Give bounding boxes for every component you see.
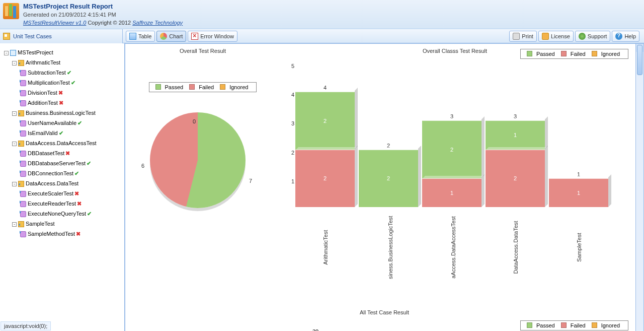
tree-method[interactable]: MultiplicationTest✔: [20, 78, 122, 88]
fail-icon: ✖: [77, 201, 82, 207]
license-icon: [542, 33, 549, 40]
tree-method[interactable]: UserNameAvailable✔: [20, 118, 122, 128]
print-icon: [513, 33, 520, 40]
method-icon: [20, 70, 26, 76]
pass-icon: ✔: [74, 170, 79, 176]
pass-icon: ✔: [87, 211, 92, 217]
product-line: MSTestResultViewer v1.0 Copyright © 2012…: [23, 19, 183, 27]
bar-plot: 4222232131211: [295, 63, 617, 207]
tree-class[interactable]: -Business.BusinessLogicTestUserNameAvail…: [12, 108, 122, 138]
method-icon: [20, 171, 26, 177]
chart-icon: [160, 33, 167, 40]
method-icon: [20, 211, 26, 217]
tree-icon: [3, 33, 10, 40]
chart-button[interactable]: Chart: [156, 31, 186, 42]
per-class-chart: Overall Classs Test Result Passed Failed…: [273, 48, 636, 280]
scroll-thumb[interactable]: [637, 45, 642, 75]
class-icon: [18, 181, 24, 187]
class-icon: [18, 141, 24, 147]
tree-class[interactable]: -DataAccess.DataTestExecuteScalerTest✖Ex…: [12, 178, 122, 219]
perclass-legend: Passed Failed Ignored: [520, 49, 628, 59]
method-icon: [20, 191, 26, 197]
tree-root[interactable]: -MSTestProject-ArithmaticTestSubtraction…: [4, 47, 122, 239]
license-button[interactable]: License: [538, 31, 574, 42]
tree-method[interactable]: DivisionTest✖: [20, 88, 122, 98]
overall-chart-title: Overall Test Result: [132, 48, 273, 54]
project-icon: [10, 50, 16, 56]
report-header: MSTestProject Result Report Generated on…: [0, 0, 644, 29]
tree-method[interactable]: SampleMethodTest✖: [20, 229, 122, 239]
test-tree-sidebar[interactable]: -MSTestProject-ArithmaticTestSubtraction…: [0, 43, 125, 331]
class-icon: [18, 221, 24, 227]
all-tests-legend: Passed Failed Ignored: [520, 320, 628, 330]
tree-method[interactable]: SubtractionTest✔: [20, 68, 122, 78]
all-tests-tick: 30: [312, 328, 318, 331]
tree-class[interactable]: -DataAccess.DataAccessTestDBDatasetTest✖…: [12, 138, 122, 178]
pie-label-passed: 7: [249, 178, 252, 184]
tree-class[interactable]: -SampleTestSampleMethodTest✖: [12, 219, 122, 239]
main-toolbar: Table Chart Error Window Print License S…: [123, 29, 644, 43]
tree-method[interactable]: ExecuteScalerTest✖: [20, 188, 122, 198]
product-link[interactable]: MSTestResultViewer v1.0: [23, 20, 86, 26]
help-button[interactable]: Help: [612, 31, 639, 42]
method-icon: [20, 90, 26, 96]
company-link[interactable]: Saffroze Technology: [132, 20, 183, 26]
pass-icon: ✔: [87, 160, 91, 166]
method-icon: [20, 231, 26, 237]
fail-icon: ✖: [74, 190, 79, 196]
method-icon: [20, 100, 26, 106]
method-icon: [20, 80, 26, 86]
pass-icon: ✔: [71, 80, 75, 86]
pie-label-ignored: 0: [193, 118, 196, 124]
class-icon: [18, 60, 24, 66]
pass-icon: ✔: [77, 120, 82, 126]
tree-method[interactable]: DBDatabaseServerTest✔: [20, 158, 122, 168]
error-icon: [191, 33, 198, 40]
overall-result-chart: Overall Test Result Passed Failed Ignore…: [132, 48, 273, 294]
app-logo-icon: [3, 3, 19, 19]
print-button[interactable]: Print: [509, 31, 537, 42]
pass-icon: ✔: [59, 130, 63, 136]
error-window-button[interactable]: Error Window: [188, 31, 237, 42]
fail-icon: ✖: [58, 90, 63, 96]
support-icon: [579, 33, 586, 40]
table-button[interactable]: Table: [126, 31, 155, 42]
method-icon: [20, 201, 26, 207]
method-icon: [20, 130, 26, 137]
fail-icon: ✖: [76, 231, 80, 237]
class-icon: [18, 110, 24, 116]
tree-class[interactable]: -ArithmaticTestSubtractionTest✔Multiplic…: [12, 57, 122, 108]
fail-icon: ✖: [59, 100, 63, 106]
tree-method[interactable]: DBDatasetTest✖: [20, 148, 122, 158]
tree-method[interactable]: AdditionTest✖: [20, 98, 122, 108]
tree-method[interactable]: IsEmailValid✔: [20, 128, 122, 138]
pass-icon: ✔: [67, 70, 71, 76]
status-bar: javascript:void(0);: [1, 321, 51, 330]
method-icon: [20, 151, 26, 157]
help-icon: [615, 33, 622, 40]
tree-method[interactable]: ExecuteNoneQueryTest✔: [20, 209, 122, 219]
sidebar-title: Unit Test Cases: [0, 29, 123, 43]
support-button[interactable]: Support: [575, 31, 611, 42]
tree-method[interactable]: ExecuteReaderTest✖: [20, 198, 122, 209]
all-tests-chart-title: All Test Case Result: [125, 309, 643, 315]
tree-method[interactable]: DBConnectionTest✔: [20, 168, 122, 178]
table-icon: [129, 33, 136, 40]
report-title: MSTestProject Result Report: [23, 2, 183, 11]
generated-timestamp: Generated on 21/09/2012 4:15:41 PM: [23, 11, 183, 19]
chart-content: Overall Test Result Passed Failed Ignore…: [125, 43, 644, 331]
pie-chart: [150, 112, 246, 208]
pie-label-failed: 6: [141, 163, 144, 169]
fail-icon: ✖: [65, 150, 70, 156]
method-icon: [20, 161, 26, 167]
overall-legend: Passed Failed Ignored: [149, 82, 257, 92]
content-scrollbar[interactable]: ▲ ▼: [635, 44, 643, 331]
method-icon: [20, 120, 26, 126]
